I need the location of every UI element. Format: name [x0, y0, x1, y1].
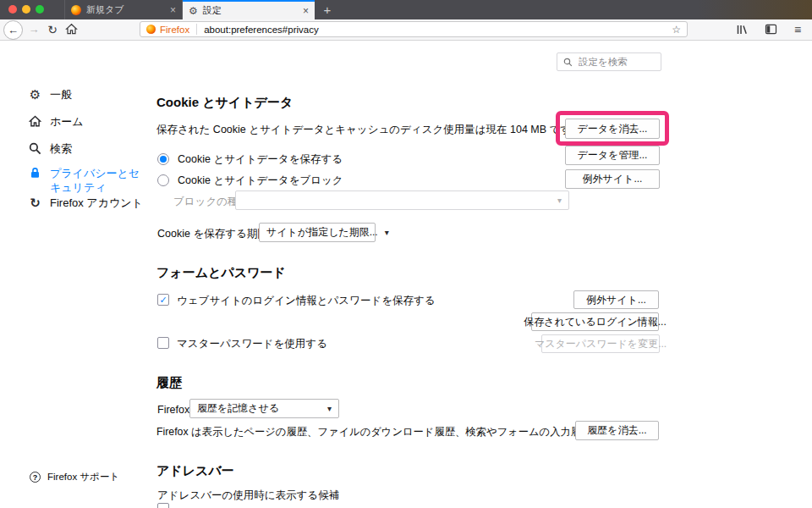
saved-logins-button[interactable]: 保存されているログイン情報... [531, 312, 659, 331]
home-icon [28, 115, 42, 130]
settings-search-input[interactable] [577, 56, 661, 68]
radio-keep-cookies[interactable] [157, 153, 169, 165]
menu-button[interactable]: ≡ [788, 20, 807, 38]
home-button[interactable] [63, 20, 80, 38]
sidebar-toggle-icon [765, 23, 777, 36]
cookies-heading: Cookie とサイトデータ [156, 95, 293, 111]
firefox-window: 新規タブ × ⚙ 設定 × + ← → ↻ Firefox about:pref… [0, 0, 812, 508]
help-icon: ? [30, 472, 41, 483]
reload-button[interactable]: ↻ [44, 20, 61, 38]
sync-icon: ↻ [28, 196, 42, 210]
tab-new-tab[interactable]: 新規タブ × [64, 0, 183, 19]
search-icon [563, 58, 573, 67]
back-button[interactable]: ← [3, 20, 23, 40]
radio-selected-dot [160, 156, 167, 163]
gear-icon: ⚙ [28, 88, 42, 102]
keep-until-dropdown[interactable]: サイトが指定した期限... ▾ [259, 223, 376, 242]
manage-data-button[interactable]: データを管理... [565, 146, 660, 165]
tab-bar: 新規タブ × ⚙ 設定 × + [0, 0, 812, 19]
tab-settings[interactable]: ⚙ 設定 × [183, 0, 315, 19]
url-bar[interactable]: Firefox about:preferences#privacy ☆ [140, 21, 688, 37]
save-logins-label[interactable]: ウェブサイトのログイン情報とパスワードを保存する [177, 295, 436, 306]
sidebar-item-general[interactable]: ⚙ 一般 [28, 88, 72, 102]
sidebar-item-label: 検索 [50, 142, 72, 156]
sidebar-item-search[interactable]: 検索 [28, 142, 72, 157]
sidebar-item-label: プライバシーとセキュリティ [50, 166, 145, 195]
chevron-down-icon: ▾ [557, 196, 562, 205]
bookmark-star-icon[interactable]: ☆ [672, 24, 681, 36]
clear-data-button[interactable]: データを消去... [565, 119, 660, 139]
firefox-badge-icon [146, 25, 156, 34]
home-icon [65, 23, 78, 36]
radio-keep-label[interactable]: Cookie とサイトデータを保存する [178, 153, 343, 165]
macos-zoom-button[interactable] [36, 5, 44, 14]
chevron-down-icon: ▾ [385, 228, 389, 237]
keep-until-label: Cookie を保存する期間 [157, 228, 268, 240]
settings-search[interactable] [557, 52, 661, 71]
urlbar-divider [196, 24, 197, 35]
addressbar-suggest-label: アドレスバーの使用時に表示する候補 [157, 489, 339, 501]
tab-close-icon[interactable]: × [170, 4, 176, 16]
addressbar-heading: アドレスバー [156, 463, 234, 479]
chevron-down-icon: ▾ [327, 404, 332, 413]
new-tab-button[interactable]: + [319, 1, 336, 18]
forms-heading: フォームとパスワード [156, 265, 286, 281]
sidebar-toggle-button[interactable] [761, 20, 780, 38]
macos-close-button[interactable] [8, 5, 17, 14]
check-icon: ✓ [159, 295, 167, 305]
master-password-label[interactable]: マスターパスワードを使用する [177, 338, 327, 350]
sidebar-item-label: 一般 [50, 88, 72, 102]
url-text[interactable]: about:preferences#privacy [204, 25, 319, 35]
gear-icon: ⚙ [189, 5, 198, 17]
master-password-checkbox[interactable] [157, 337, 169, 349]
identity-badge: Firefox [160, 25, 189, 35]
dropdown-value: 履歴を記憶させる [197, 401, 279, 416]
macos-minimize-button[interactable] [22, 5, 30, 14]
login-exceptions-button[interactable]: 例外サイト... [573, 290, 659, 309]
library-button[interactable] [732, 20, 751, 38]
cookie-exceptions-button[interactable]: 例外サイト... [565, 169, 660, 189]
sidebar-item-label: Firefox アカウント [50, 196, 143, 210]
sidebar-item-firefox-account[interactable]: ↻ Firefox アカウント [28, 196, 143, 210]
firefox-logo-icon [71, 5, 81, 15]
lock-icon [28, 166, 42, 182]
dropdown-value: サイトが指定した期限... [266, 225, 378, 240]
radio-block-label[interactable]: Cookie とサイトデータをブロック [178, 174, 343, 186]
save-logins-checkbox[interactable]: ✓ [157, 294, 169, 306]
sidebar-item-privacy[interactable]: プライバシーとセキュリティ [28, 166, 145, 195]
navigation-toolbar: ← → ↻ Firefox about:preferences#privacy … [0, 19, 812, 41]
radio-block-cookies[interactable] [157, 174, 169, 186]
search-icon [28, 142, 42, 157]
tab-label: 設定 [203, 4, 222, 17]
tab-close-icon[interactable]: × [303, 5, 309, 17]
forward-button: → [25, 20, 42, 38]
change-master-password-button: マスターパスワードを変更... [541, 334, 660, 353]
history-heading: 履歴 [156, 375, 182, 391]
cookies-usage-text: 保存された Cookie とサイトデータとキャッシュのディスク使用量は現在 10… [156, 124, 582, 135]
sidebar-item-label: ホーム [50, 115, 84, 129]
clear-history-button[interactable]: 履歴を消去... [575, 421, 659, 440]
support-label: Firefox サポート [47, 471, 119, 483]
library-icon [735, 23, 749, 36]
sidebar-item-home[interactable]: ホーム [28, 115, 84, 130]
block-type-dropdown: ▾ [235, 190, 569, 210]
history-mode-dropdown[interactable]: 履歴を記憶させる ▾ [189, 399, 339, 418]
addressbar-suggest-checkbox[interactable] [157, 503, 169, 508]
tab-label: 新規タブ [86, 3, 124, 16]
firefox-support-link[interactable]: ? Firefox サポート [30, 471, 119, 483]
